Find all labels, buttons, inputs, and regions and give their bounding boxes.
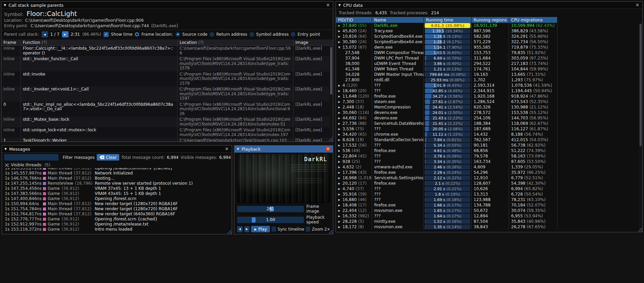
expand-icon[interactable]: ▶: [337, 177, 341, 180]
header-running-regions[interactable]: Running regions: [472, 17, 509, 23]
callstack-frame-row[interactable]: 0std::_Func_impl_no_alloc<<lambda_5bc224…: [1, 102, 329, 117]
prev-frame-button[interactable]: ◀: [237, 226, 243, 232]
header-cpu-migrations[interactable]: CPU migrations: [509, 17, 557, 23]
expand-icon[interactable]: ▶: [337, 40, 341, 44]
cpu-process-row[interactable]: ▶18,460(20)???42.85 s(4.45%)2,344,9151,1…: [336, 88, 642, 94]
cpu-process-row[interactable]: ▶45,620(24)Tracy.exe1:39.5(10.34%)887,59…: [336, 28, 642, 34]
expand-icon[interactable]: ▶: [337, 144, 341, 147]
callstack-titlebar[interactable]: ▼ Call stack sample parents ×: [1, 2, 333, 9]
expand-icon[interactable]: ▶: [337, 133, 341, 136]
header-pid-tid[interactable]: PID/TID: [336, 17, 372, 23]
cpu-process-row[interactable]: 41,348DWM Token Thread1.21 s(0.13%)174,7…: [336, 66, 642, 72]
prev-parent-button[interactable]: ◀: [42, 31, 48, 37]
cpu-process-row[interactable]: ▶22,804(45)???3.78 s(0.39%)79,57858,163(…: [336, 153, 642, 159]
header-function[interactable]: Function(?): [21, 39, 178, 45]
cpu-process-row[interactable]: ▶17,532(56)???5.34 s(0.55%)90,18156,738(…: [336, 143, 642, 148]
cpu-process-row[interactable]: ▶17,396(43)firefox.exe2.28 s(0.24%)54,29…: [336, 170, 642, 175]
cpu-process-row[interactable]: ▶22,404(12)msvsmon.exe1.65 s(0.17%)50,67…: [336, 208, 642, 213]
expand-icon[interactable]: ▶: [337, 24, 341, 27]
cpu-process-row[interactable]: 27,548DWM Compositor Thread1:03.5(6.60%)…: [336, 50, 642, 55]
header-image[interactable]: Image: [293, 39, 333, 45]
message-row[interactable]: 1s 145,557,997nsMain thread(37,812)Netwo…: [2, 171, 232, 176]
collapse-icon[interactable]: ▼: [337, 46, 341, 49]
cpu-process-row[interactable]: ▶4(120)???1:01.9(6.43%)2,593,3141,078,53…: [336, 83, 642, 88]
expand-icon[interactable]: ▶: [337, 138, 341, 142]
cpu-process-row[interactable]: ▶18,968(1,018)ServiceHub.SettingsHost.ex…: [336, 175, 642, 181]
expand-icon[interactable]: ▶: [337, 122, 341, 125]
message-row[interactable]: 1s 152,912,997nsGame(36,912)Opening /met…: [2, 222, 232, 227]
play-button[interactable]: ▶ Play: [251, 226, 270, 232]
close-icon[interactable]: ×: [224, 147, 229, 152]
expand-icon[interactable]: ▶: [337, 220, 341, 223]
cpu-process-row[interactable]: ▶4,632(2)vmware-authd.exe2.46 s(0.26%)4,…: [336, 164, 642, 170]
expand-icon[interactable]: ▶: [337, 111, 341, 114]
visible-threads-row[interactable]: Visible threads: (5): [2, 162, 232, 168]
expand-icon[interactable]: ▶: [337, 95, 341, 98]
scrollbar[interactable]: [639, 23, 642, 232]
cpu-process-row[interactable]: ▶7,300(37)steam.exe27.61 s(2.87%)1,286,5…: [336, 99, 642, 104]
callstack-frame-row[interactable]: 1TaskDispatch::WorkerC:\Users\wolf\Deskt…: [1, 138, 329, 142]
cpu-process-row[interactable]: ▼13,072(67)dwm.exe1:16.1(7.90%)955,58571…: [336, 45, 642, 50]
scrollbar-thumb[interactable]: [640, 24, 642, 146]
cpu-process-row[interactable]: ▶34,420(65)chrome.exe11.11 s(1.15%)14,43…: [336, 132, 642, 137]
cpu-process-row[interactable]: ▶44,692(84)devenv.exe21.43 s(2.23%)254,1…: [336, 115, 642, 121]
next-frame-button[interactable]: ▶: [244, 226, 250, 232]
cpu-process-row[interactable]: ▶37,840(55)DarkRL.exe4:01.3(25.08%)16,93…: [336, 23, 642, 28]
cpu-process-row[interactable]: ▶10,816(64)ScriptedSandbox64.exe1:28.5(9…: [336, 34, 642, 39]
expand-icon[interactable]: ▶: [337, 100, 341, 103]
cpu-process-row[interactable]: 27,800ntdll.dll25.93 ms(0.00%)1,7021,293…: [336, 77, 642, 83]
expand-icon[interactable]: ▶: [337, 160, 341, 163]
collapse-icon[interactable]: ▼: [237, 148, 239, 151]
expand-icon[interactable]: ▶: [337, 187, 341, 190]
header-location[interactable]: Location(?): [178, 39, 293, 45]
expand-icon[interactable]: ▶: [337, 215, 341, 218]
radio-source-code[interactable]: [175, 32, 180, 37]
expand-icon[interactable]: ▶: [337, 30, 341, 33]
radio-return-address[interactable]: [210, 32, 214, 37]
collapse-icon[interactable]: ▼: [4, 148, 7, 151]
cpu-process-row[interactable]: 38,000uDWM Event Thread3.86 s(0.40%)294,…: [336, 61, 642, 66]
expand-icon[interactable]: ▶: [337, 149, 341, 152]
speed-slider[interactable]: 1.00: [237, 217, 304, 223]
message-row[interactable]: 1s 152,776,777nsGame(36,912)Opening /for…: [2, 217, 232, 222]
cpu-process-row[interactable]: ▶30,380(24)ScriptedSandbox64.exe1:28.2(9…: [336, 39, 642, 45]
cpu-process-row[interactable]: ▶30,060(116)devenv.exe24.01 s(2.50%)278,…: [336, 110, 642, 115]
expand-icon[interactable]: ▶: [337, 226, 341, 229]
message-row[interactable]: 1s 152,764,817nsMain thread(37,812)New r…: [2, 212, 232, 217]
expand-icon[interactable]: ▶: [337, 155, 341, 158]
cpu-process-row[interactable]: ▶35,916(39)???1.8 s(0.19%)13,3136,728(50…: [336, 192, 642, 197]
clear-button[interactable]: Clear: [97, 154, 119, 161]
cpu-process-row[interactable]: ▶28,228(5)mintty.exe1.52 s(0.16%)87,5043…: [336, 219, 642, 224]
scrollbar[interactable]: [329, 46, 333, 142]
cpu-process-row[interactable]: 34,028DWM Master Input Thread799.64 ms(0…: [336, 72, 642, 77]
expand-icon[interactable]: ▶: [337, 89, 341, 93]
cpu-process-row[interactable]: ▶928(25)???3.34 s(0.35%)163,73487,605(53…: [336, 159, 642, 164]
callstack-frame-row[interactable]: inlinestd::unique_lock<std::mutex>::lock…: [1, 127, 329, 138]
callstack-frame-row[interactable]: inlineFloor::CalcLight::__l4::<lambda_5b…: [1, 46, 329, 56]
message-row[interactable]: 1s 147,255,145nsRemoteView(18,796)Remote…: [2, 181, 232, 186]
cpu-process-row[interactable]: ▶536(49)firefox.exe4.61 s(0.48%)68,85651…: [336, 148, 642, 153]
expand-icon[interactable]: ▶: [337, 128, 341, 131]
radio-symbol-address[interactable]: [249, 32, 254, 37]
radio-entry-point[interactable]: [291, 32, 295, 37]
collapse-icon[interactable]: ▼: [4, 4, 6, 7]
expand-icon[interactable]: ▶: [337, 209, 341, 212]
close-icon[interactable]: ×: [635, 3, 640, 8]
playback-titlebar[interactable]: ▼ Playback ×: [234, 146, 333, 153]
messages-titlebar[interactable]: ▼ Messages ×: [2, 146, 232, 153]
message-row[interactable]: 1s 147,383,566nsGame(36,912)VRAM 43x45: …: [2, 191, 232, 196]
expand-icon[interactable]: ▶: [337, 166, 341, 169]
cpu-process-row[interactable]: ▶18,172(8)msvsmon.exe1.35 s(0.14%)38,843…: [336, 224, 642, 230]
callstack-frame-row[interactable]: inlinestd::_Invoker_ret<void,1>::_CallC:…: [1, 86, 329, 102]
cpu-process-row[interactable]: ▶4,740(37)???2.01 s(0.21%)10,6266,994(65…: [336, 186, 642, 192]
header-running-time[interactable]: Running time: [424, 17, 472, 23]
cpu-process-row[interactable]: ▶3,536(75)???20.05 s(2.08%)187,689116,12…: [336, 126, 642, 132]
cpu-titlebar[interactable]: ▼ CPU data ×: [336, 2, 642, 9]
expand-icon[interactable]: ▶: [337, 106, 341, 109]
sync-timeline-checkbox[interactable]: [272, 227, 276, 232]
expand-icon[interactable]: ▶: [337, 84, 341, 87]
expand-icon[interactable]: ▶: [337, 182, 341, 185]
zoom-2x-checkbox[interactable]: [306, 227, 310, 232]
expand-icon[interactable]: ▶: [337, 35, 341, 38]
expand-icon[interactable]: ▶: [337, 198, 341, 201]
